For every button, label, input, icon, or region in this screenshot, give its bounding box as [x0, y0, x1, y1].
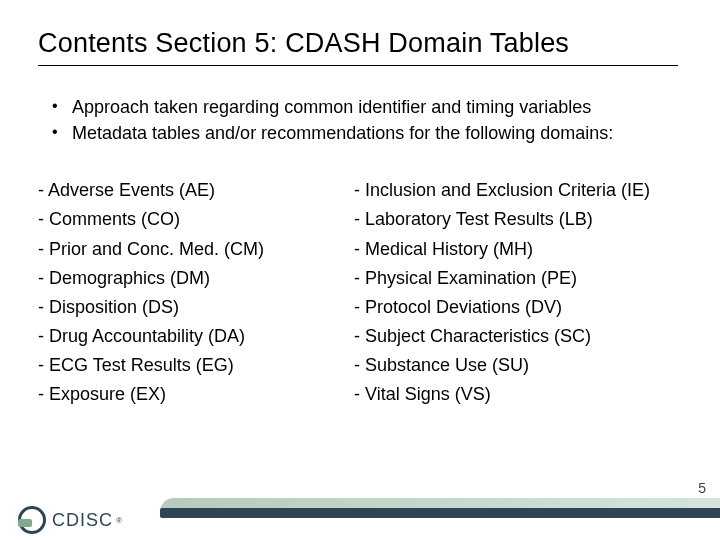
- swoosh-dark: [160, 508, 720, 518]
- intro-list: Approach taken regarding common identifi…: [52, 94, 682, 146]
- domain-item: - Physical Examination (PE): [354, 264, 684, 293]
- domain-item: - Protocol Deviations (DV): [354, 293, 684, 322]
- footer-swoosh: [160, 490, 720, 534]
- cdisc-logo-tm: ®: [116, 516, 122, 525]
- intro-item: Approach taken regarding common identifi…: [52, 94, 682, 120]
- cdisc-logo-icon: [18, 506, 46, 534]
- domain-item: - Laboratory Test Results (LB): [354, 205, 684, 234]
- domain-item: - Adverse Events (AE): [38, 176, 318, 205]
- domain-col-left: - Adverse Events (AE) - Comments (CO) - …: [38, 176, 318, 409]
- domain-item: - Inclusion and Exclusion Criteria (IE): [354, 176, 684, 205]
- slide: Contents Section 5: CDASH Domain Tables …: [0, 0, 720, 540]
- domain-item: - Drug Accountability (DA): [38, 322, 318, 351]
- domain-columns: - Adverse Events (AE) - Comments (CO) - …: [38, 176, 682, 409]
- domain-item: - Disposition (DS): [38, 293, 318, 322]
- domain-item: - Exposure (EX): [38, 380, 318, 409]
- domain-item: - Vital Signs (VS): [354, 380, 684, 409]
- domain-item: - Demographics (DM): [38, 264, 318, 293]
- domain-item: - Prior and Conc. Med. (CM): [38, 235, 318, 264]
- title-underline: [38, 65, 678, 66]
- domain-col-right: - Inclusion and Exclusion Criteria (IE) …: [354, 176, 684, 409]
- page-title: Contents Section 5: CDASH Domain Tables: [38, 28, 682, 59]
- domain-item: - Comments (CO): [38, 205, 318, 234]
- domain-item: - Substance Use (SU): [354, 351, 684, 380]
- domain-item: - ECG Test Results (EG): [38, 351, 318, 380]
- domain-item: - Subject Characteristics (SC): [354, 322, 684, 351]
- cdisc-logo: CDISC®: [18, 506, 122, 534]
- intro-item: Metadata tables and/or recommendations f…: [52, 120, 682, 146]
- domain-item: - Medical History (MH): [354, 235, 684, 264]
- cdisc-logo-text: CDISC: [52, 510, 113, 531]
- footer: 5 CDISC®: [0, 478, 720, 540]
